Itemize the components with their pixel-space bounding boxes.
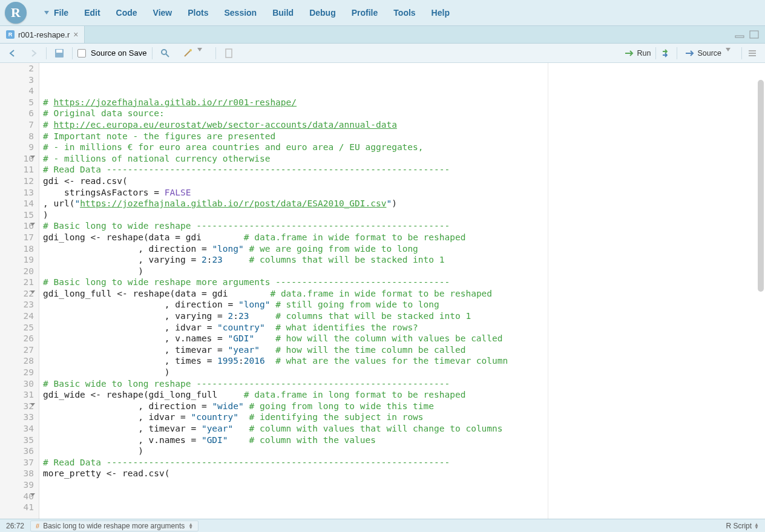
code-line[interactable]: , url("https://jozefhajnala.gitlab.io/r/… bbox=[43, 198, 765, 209]
source-on-save-checkbox[interactable] bbox=[77, 49, 86, 57]
minimize-icon[interactable] bbox=[735, 30, 744, 39]
menu-code[interactable]: Code bbox=[115, 5, 139, 20]
code-line[interactable]: , times = 1995:2016 # what are the value… bbox=[43, 355, 765, 367]
cursor-position: 26:72 bbox=[0, 522, 30, 530]
svg-rect-10 bbox=[226, 49, 232, 57]
code-line[interactable]: ) bbox=[43, 367, 765, 378]
menu-list: FileEditCodeViewPlotsSessionBuildDebugPr… bbox=[53, 5, 451, 20]
code-line[interactable]: , timevar = "year" # how will the time c… bbox=[43, 344, 765, 356]
code-line[interactable]: , timevar = "year" # column with values … bbox=[43, 423, 765, 435]
code-line[interactable]: stringsAsFactors = FALSE bbox=[43, 187, 765, 199]
stepper-icon: ▲▼ bbox=[188, 523, 193, 529]
run-button[interactable]: Run bbox=[621, 47, 653, 60]
separator bbox=[655, 47, 656, 59]
svg-marker-9 bbox=[197, 48, 202, 51]
code-area[interactable]: # https://jozefhajnala.gitlab.io/r/r001-… bbox=[39, 63, 765, 519]
breadcrumb-label: Basic long to wide reshape more argument… bbox=[43, 522, 185, 530]
code-line[interactable]: # Basic wide to long reshape -----------… bbox=[43, 378, 765, 390]
editor[interactable]: 2345678910111213141516171819202122232425… bbox=[0, 63, 765, 519]
code-line[interactable]: # - millions of national currency otherw… bbox=[43, 153, 765, 165]
section-breadcrumb[interactable]: # Basic long to wide reshape more argume… bbox=[30, 521, 199, 531]
menu-session[interactable]: Session bbox=[223, 5, 258, 20]
menu-build[interactable]: Build bbox=[271, 5, 295, 20]
save-button[interactable] bbox=[51, 47, 67, 60]
tab-label: r001-reshape.r bbox=[18, 30, 70, 39]
source-label: Source bbox=[697, 49, 721, 57]
code-line[interactable]: , v.names = "GDI" # column with the valu… bbox=[43, 435, 765, 446]
outline-button[interactable] bbox=[744, 47, 760, 60]
chevron-down-icon bbox=[726, 48, 737, 59]
code-line[interactable]: # Original data source: bbox=[43, 108, 765, 119]
hash-icon: # bbox=[36, 522, 39, 530]
code-line[interactable]: # Read Data ----------------------------… bbox=[43, 457, 765, 468]
code-line[interactable]: gdi <- read.csv( bbox=[43, 176, 765, 187]
find-button[interactable] bbox=[157, 47, 173, 60]
code-line[interactable]: , v.names = "GDI" # how will the column … bbox=[43, 333, 765, 344]
editor-toolbar: Source on Save Run Source bbox=[0, 44, 765, 63]
code-line[interactable]: # https://jozefhajnala.gitlab.io/r/r001-… bbox=[43, 97, 765, 108]
project-dropdown[interactable] bbox=[41, 8, 50, 17]
menu-profile[interactable]: Profile bbox=[350, 5, 379, 20]
code-line[interactable]: gdi_long <- reshape(data = gdi # data.fr… bbox=[43, 232, 765, 243]
code-line[interactable]: , direction = "long" # still going from … bbox=[43, 299, 765, 310]
status-right: R Script ▲▼ bbox=[720, 522, 765, 530]
toolbar-right: Run Source bbox=[621, 47, 760, 60]
status-bar: 26:72 # Basic long to wide reshape more … bbox=[0, 519, 765, 532]
code-line[interactable]: ) bbox=[43, 209, 765, 221]
separator bbox=[46, 47, 47, 59]
back-button[interactable] bbox=[5, 47, 21, 60]
source-button[interactable]: Source bbox=[680, 47, 739, 60]
menu-help[interactable]: Help bbox=[430, 5, 451, 20]
menu-view[interactable]: View bbox=[152, 5, 174, 20]
code-line[interactable]: , idvar = "country" # what identifies th… bbox=[43, 322, 765, 333]
code-line[interactable]: # Basic long to wide reshape more argume… bbox=[43, 277, 765, 288]
code-line[interactable]: , varying = 2:23 # columns that will be … bbox=[43, 310, 765, 322]
menu-plots[interactable]: Plots bbox=[186, 5, 209, 20]
wand-button[interactable] bbox=[178, 47, 211, 60]
code-line[interactable]: , idvar = "country" # identifying the su… bbox=[43, 412, 765, 423]
run-label: Run bbox=[637, 49, 651, 57]
code-line[interactable]: # http://ec.europa.eu/eurostat/web/secto… bbox=[43, 119, 765, 131]
language-label[interactable]: R Script bbox=[726, 522, 752, 530]
code-line[interactable]: , direction = "wide" # going from long t… bbox=[43, 401, 765, 412]
menu-tools[interactable]: Tools bbox=[392, 5, 416, 20]
fold-icon[interactable] bbox=[30, 403, 35, 406]
code-line[interactable]: gdi_wide <- reshape(gdi_long_full # data… bbox=[43, 389, 765, 401]
code-line[interactable]: # Important note - the figures are prese… bbox=[43, 131, 765, 142]
rerun-button[interactable] bbox=[658, 47, 674, 60]
close-icon[interactable]: × bbox=[73, 30, 78, 39]
chevron-down-icon bbox=[44, 11, 49, 15]
stepper-icon: ▲▼ bbox=[754, 523, 759, 529]
svg-marker-0 bbox=[44, 11, 49, 15]
menu-edit[interactable]: Edit bbox=[83, 5, 101, 20]
fold-icon[interactable] bbox=[30, 156, 35, 159]
app-logo[interactable]: R bbox=[5, 2, 27, 24]
menu-file[interactable]: File bbox=[53, 5, 70, 20]
code-line[interactable]: # Read Data ----------------------------… bbox=[43, 164, 765, 176]
fold-icon[interactable] bbox=[30, 223, 35, 226]
document-button[interactable] bbox=[221, 47, 237, 60]
fold-icon[interactable] bbox=[30, 291, 35, 294]
source-on-save-label: Source on Save bbox=[91, 48, 147, 57]
separator bbox=[741, 47, 742, 59]
rscript-icon: R bbox=[6, 30, 15, 39]
svg-rect-4 bbox=[56, 50, 62, 53]
code-line[interactable]: ) bbox=[43, 445, 765, 457]
forward-button[interactable] bbox=[25, 47, 41, 60]
fold-icon[interactable] bbox=[30, 493, 35, 496]
svg-line-6 bbox=[166, 54, 169, 57]
code-line[interactable]: , varying = 2:23 # columns that will be … bbox=[43, 254, 765, 266]
file-tab[interactable]: R r001-reshape.r × bbox=[0, 26, 85, 43]
code-line[interactable]: more_pretty <- read.csv( bbox=[43, 468, 765, 479]
code-line[interactable]: ) bbox=[43, 266, 765, 277]
gutter: 2345678910111213141516171819202122232425… bbox=[0, 63, 39, 519]
code-line[interactable]: # - in millions € for euro area countrie… bbox=[43, 142, 765, 153]
code-line[interactable]: # Basic long to wide reshape -----------… bbox=[43, 220, 765, 232]
menu-debug[interactable]: Debug bbox=[308, 5, 337, 20]
code-line[interactable]: , direction = "long" # we are going from… bbox=[43, 243, 765, 255]
vertical-scrollbar[interactable] bbox=[758, 80, 764, 292]
maximize-icon[interactable] bbox=[749, 30, 759, 39]
separator bbox=[152, 47, 153, 59]
menubar: R FileEditCodeViewPlotsSessionBuildDebug… bbox=[0, 0, 765, 25]
code-line[interactable]: gdi_long_full <- reshape(data = gdi # da… bbox=[43, 288, 765, 300]
